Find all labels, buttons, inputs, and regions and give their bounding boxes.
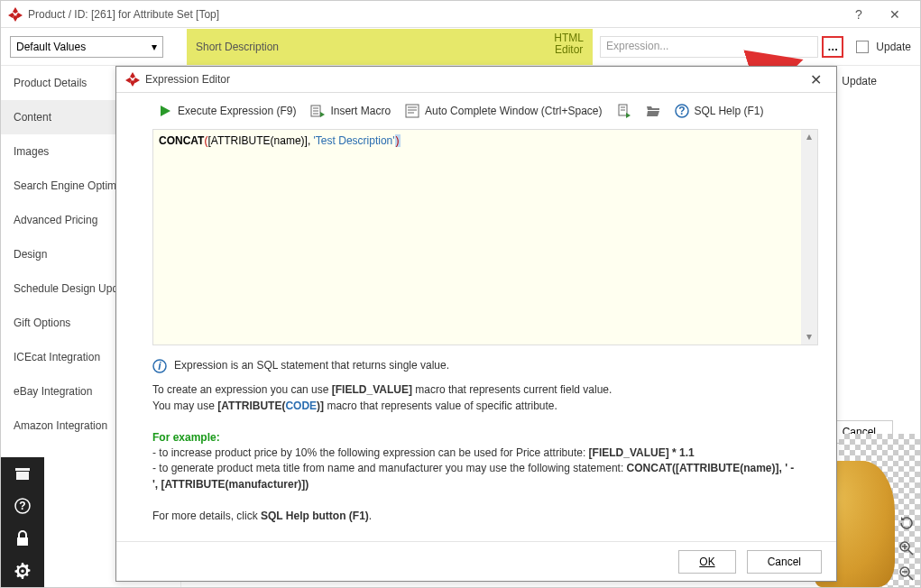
svg-rect-6 [406,105,419,117]
app-logo-icon [125,72,140,87]
dialog-titlebar: Expression Editor ✕ [116,67,836,92]
zoom-out-icon[interactable] [898,565,915,582]
dialog-title: Expression Editor [145,73,805,86]
image-tools [898,515,915,582]
html-editor-button[interactable]: HTML Editor [554,32,584,56]
archive-icon[interactable] [1,457,44,490]
scroll-up-icon[interactable]: ▴ [801,130,817,144]
folder-open-icon [646,104,660,118]
help-panel: i Expression is an SQL statement that re… [116,345,836,537]
expression-editor-dialog: Expression Editor ✕ Execute Expression (… [115,66,837,582]
chevron-down-icon: ▾ [152,41,157,53]
expression-input[interactable]: Expression... [600,36,818,58]
dropdown-label: Default Values [16,41,86,53]
ok-button[interactable]: OK [678,550,735,574]
update-checkbox[interactable] [856,41,869,53]
dialog-close-button[interactable]: ✕ [805,71,827,88]
scroll-down-icon[interactable]: ▾ [801,330,817,345]
dialog-footer: OK Cancel [116,541,836,581]
help-example-2: - to generate product meta title from na… [152,461,800,492]
toolbar-extra-1[interactable] [612,100,637,122]
help-line-1: To create an expression you can use [FIE… [152,382,800,398]
sql-help-button[interactable]: ? SQL Help (F1) [669,100,769,122]
window-close-button[interactable]: ✕ [877,7,913,22]
help-circle-icon: ? [675,104,689,118]
insert-macro-icon [310,104,325,118]
dialog-toolbar: Execute Expression (F9) Insert Macro Aut… [116,93,836,129]
short-description-field[interactable]: Short Description HTML Editor [187,29,593,65]
help-button[interactable]: ? [841,7,877,22]
values-dropdown[interactable]: Default Values ▾ [10,36,163,58]
svg-text:?: ? [678,105,685,117]
window-title: Product / ID: [261] for Attribute Set [T… [28,8,841,21]
update-label: Update [876,41,911,53]
help-line-2: You may use [ATTRIBUTE(CODE)] macro that… [152,399,800,414]
app-logo-icon [8,7,23,22]
help-more: For more details, click SQL Help button … [152,509,800,524]
top-row: Default Values ▾ Short Description HTML … [1,28,920,66]
editor-scrollbar[interactable]: ▴ ▾ [801,130,817,345]
help-for-example: For example: [152,430,800,446]
toolbar-open-button[interactable] [640,100,666,122]
window-titlebar: Product / ID: [261] for Attribute Set [T… [1,1,920,28]
autocomplete-icon [405,104,419,118]
script-icon [617,104,631,118]
info-icon: i [152,359,167,373]
rotate-icon[interactable] [898,515,915,531]
code-text[interactable]: CONCAT([ATTRIBUTE(name)], 'Test Descript… [153,130,801,345]
cancel-button[interactable]: Cancel [747,550,822,574]
expression-editor-button[interactable]: … [822,36,843,58]
sidebar-mini: ? [1,457,44,587]
lock-icon[interactable] [1,522,44,555]
gear-icon[interactable] [1,555,44,587]
svg-text:?: ? [19,500,25,512]
help-example-1: - to increase product price by 10% the f… [152,446,800,461]
execute-expression-button[interactable]: Execute Expression (F9) [152,100,301,122]
help-info-text: Expression is an SQL statement that retu… [174,358,449,373]
insert-macro-button[interactable]: Insert Macro [305,100,396,122]
auto-complete-button[interactable]: Auto Complete Window (Ctrl+Space) [400,100,607,122]
short-description-label: Short Description [196,41,279,53]
svg-text:i: i [158,360,161,372]
help-icon[interactable]: ? [1,490,44,522]
zoom-in-icon[interactable] [898,540,915,556]
code-editor[interactable]: CONCAT([ATTRIBUTE(name)], 'Test Descript… [152,129,818,345]
play-icon [158,104,172,118]
